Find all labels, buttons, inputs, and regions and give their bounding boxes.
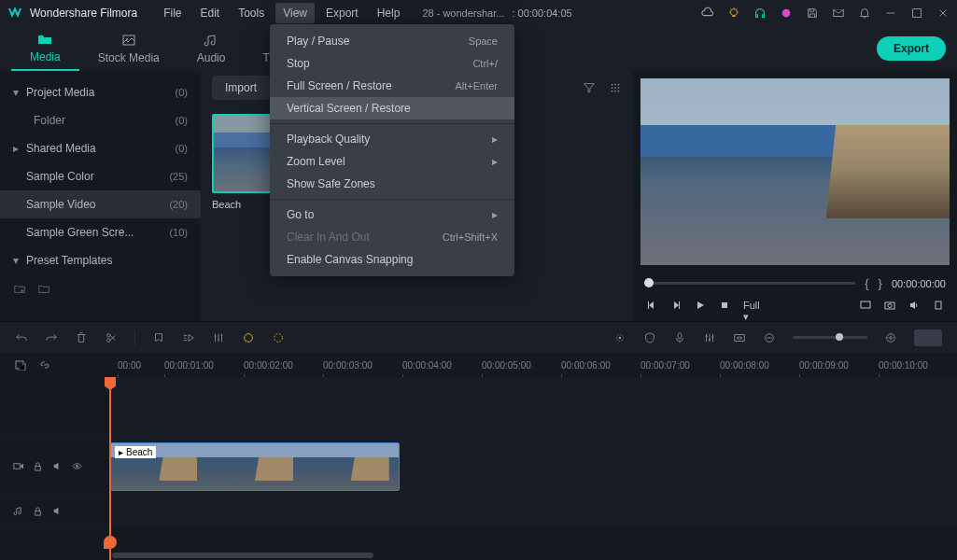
- chevron-down-icon: ▾: [13, 254, 21, 267]
- preview-viewport[interactable]: [640, 78, 950, 265]
- mark-out-icon[interactable]: }: [879, 276, 882, 290]
- zoom-slider[interactable]: [793, 336, 867, 339]
- lock-icon[interactable]: [33, 461, 43, 471]
- chevron-down-icon: ▾: [13, 86, 21, 99]
- menu-file[interactable]: File: [156, 3, 189, 23]
- headphones-icon[interactable]: [753, 7, 767, 20]
- dd-vertical-screen[interactable]: Vertical Screen / Restore: [270, 97, 514, 119]
- menu-help[interactable]: Help: [370, 3, 408, 23]
- notification-icon[interactable]: [858, 7, 871, 20]
- menu-export[interactable]: Export: [318, 3, 366, 23]
- timeline: ▸ Beach: [0, 377, 957, 560]
- adjust-icon[interactable]: [212, 331, 225, 344]
- color-icon[interactable]: [242, 331, 255, 344]
- tab-stock-media[interactable]: Stock Media: [79, 27, 178, 70]
- minimize-icon[interactable]: [884, 7, 897, 20]
- sidebar-item-sample-green[interactable]: Sample Green Scre...(10): [0, 218, 201, 246]
- speed-icon[interactable]: [182, 331, 195, 344]
- timeline-clip-beach[interactable]: ▸ Beach: [110, 442, 400, 491]
- mail-icon[interactable]: [832, 7, 845, 20]
- video-track-body[interactable]: ▸ Beach: [110, 437, 957, 496]
- audio-track-body[interactable]: [110, 497, 957, 525]
- mic-icon[interactable]: [673, 331, 686, 344]
- dd-goto[interactable]: Go to▸: [270, 203, 514, 226]
- app-title: Wondershare Filmora: [30, 7, 137, 20]
- mixer-icon[interactable]: [703, 331, 716, 344]
- sidebar-item-preset-templates[interactable]: ▾Preset Templates: [0, 246, 201, 274]
- mute-icon[interactable]: [52, 461, 63, 471]
- svg-point-6: [612, 84, 613, 86]
- mark-in-icon[interactable]: {: [865, 276, 868, 290]
- sidebar-item-project-media[interactable]: ▾Project Media(0): [0, 78, 201, 106]
- record-icon[interactable]: [613, 331, 626, 344]
- tab-media[interactable]: Media: [11, 26, 79, 71]
- dd-canvas-snapping[interactable]: Enable Canvas Snapping: [270, 248, 514, 271]
- svg-rect-35: [35, 511, 41, 516]
- step-back-icon[interactable]: [646, 300, 657, 311]
- sphere-icon[interactable]: [780, 7, 793, 20]
- timeline-snapshot[interactable]: [914, 329, 942, 346]
- lightbulb-icon[interactable]: [727, 7, 740, 20]
- menu-edit[interactable]: Edit: [193, 3, 228, 23]
- dd-safe-zones[interactable]: Show Safe Zones: [270, 173, 514, 195]
- new-folder-icon[interactable]: [13, 282, 26, 295]
- fit-icon[interactable]: [733, 331, 746, 344]
- ruler-ticks[interactable]: 00:00 00:00:01:00 00:00:02:00 00:00:03:0…: [110, 353, 957, 377]
- grid-view-icon[interactable]: [609, 81, 622, 94]
- chevron-right-icon: ▸: [13, 142, 21, 155]
- track-add-icon[interactable]: [15, 359, 26, 371]
- lock-icon[interactable]: [33, 506, 43, 516]
- delete-icon[interactable]: [75, 331, 88, 344]
- sidebar-item-sample-color[interactable]: Sample Color(25): [0, 162, 201, 190]
- close-icon[interactable]: [936, 7, 950, 20]
- dd-stop[interactable]: StopCtrl+/: [270, 52, 514, 75]
- dd-play-pause[interactable]: Play / PauseSpace: [270, 30, 514, 52]
- menu-view[interactable]: View: [275, 3, 315, 23]
- timeline-scrollbar[interactable]: [112, 553, 373, 558]
- dd-fullscreen[interactable]: Full Screen / RestoreAlt+Enter: [270, 75, 514, 97]
- svg-point-14: [618, 91, 620, 92]
- snapshot-icon[interactable]: [884, 300, 895, 311]
- tab-audio[interactable]: Audio: [178, 27, 245, 70]
- scrub-track[interactable]: [644, 282, 855, 285]
- timeline-toolbar: [0, 321, 957, 353]
- zoom-in-icon[interactable]: [884, 331, 897, 344]
- marker-icon[interactable]: [152, 331, 165, 344]
- sidebar-item-shared-media[interactable]: ▸Shared Media(0): [0, 134, 201, 162]
- audio-track-1: [0, 497, 957, 526]
- mute-icon[interactable]: [52, 506, 63, 516]
- folder-icon[interactable]: [37, 282, 50, 295]
- chevron-right-icon: ▸: [492, 133, 498, 146]
- maximize-icon[interactable]: [910, 7, 923, 20]
- shield-icon[interactable]: [643, 331, 656, 344]
- import-button[interactable]: Import: [212, 76, 270, 100]
- link-icon[interactable]: [39, 359, 50, 371]
- preview-scrubber: { } 00:00:00:00: [633, 265, 957, 292]
- sidebar-item-sample-video[interactable]: Sample Video(20): [0, 190, 201, 218]
- zoom-out-icon[interactable]: [763, 331, 776, 344]
- stop-icon[interactable]: [719, 300, 730, 311]
- svg-point-20: [245, 333, 253, 342]
- menu-tools[interactable]: Tools: [231, 3, 272, 23]
- export-button[interactable]: Export: [877, 36, 946, 61]
- split-icon[interactable]: [105, 331, 118, 344]
- clipboard-icon[interactable]: [933, 300, 944, 311]
- music-icon: [204, 33, 218, 48]
- redo-icon[interactable]: [45, 331, 58, 344]
- audio-track-icon: [13, 506, 23, 516]
- volume-icon[interactable]: [908, 300, 920, 311]
- playhead[interactable]: [109, 377, 111, 560]
- step-fwd-icon[interactable]: [670, 300, 682, 311]
- undo-icon[interactable]: [15, 331, 28, 344]
- display-icon[interactable]: [860, 300, 871, 311]
- play-icon[interactable]: [695, 300, 706, 311]
- crop-icon[interactable]: [272, 331, 285, 344]
- dd-playback-quality[interactable]: Playback Quality▸: [270, 128, 514, 150]
- save-icon[interactable]: [806, 7, 819, 20]
- sidebar-item-folder[interactable]: Folder(0): [0, 106, 201, 134]
- cloud-icon[interactable]: [701, 7, 714, 20]
- quality-selector[interactable]: Full ▾: [743, 300, 754, 311]
- dd-zoom-level[interactable]: Zoom Level▸: [270, 150, 514, 173]
- eye-icon[interactable]: [72, 461, 82, 471]
- filter-icon[interactable]: [583, 81, 596, 94]
